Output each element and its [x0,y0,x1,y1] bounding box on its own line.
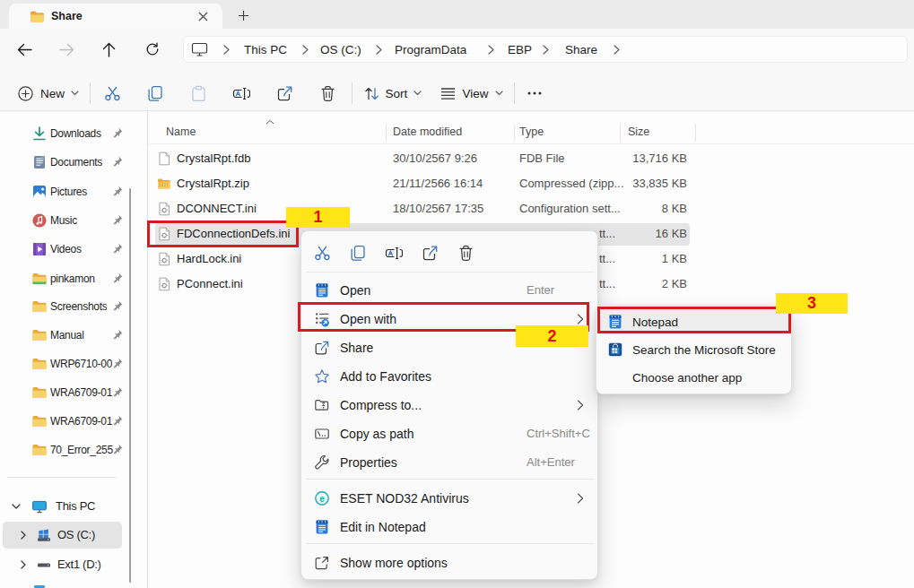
menu-item-show-more-options[interactable]: Show more options [301,549,599,577]
file-row-crystalrpt-zip[interactable]: CrystalRpt.zip 21/11/2566 16:14 Compress… [154,171,914,196]
column-divider[interactable] [695,124,696,142]
submenu-item-search-store[interactable]: Search the Microsoft Store [596,336,793,364]
up-button[interactable] [94,39,123,60]
sidebar-item-ext1-d[interactable]: Ext1 (D:) [0,550,127,579]
share-button[interactable] [413,237,446,269]
explorer-tab[interactable]: Share [9,4,222,29]
new-tab-button[interactable] [231,4,255,27]
menu-item-add-to-favorites[interactable]: Add to Favorites [301,362,599,391]
context-menu: Open Enter Open with Share [300,230,598,580]
menu-item-label: Show more options [340,549,448,577]
address-bar[interactable]: This PC OS (C:) ProgramData EBP Share [183,36,908,63]
sidebar-item-downloads[interactable]: Downloads [0,119,127,148]
delete-button[interactable] [313,79,342,108]
sidebar-item-label: Music [50,206,77,235]
delete-icon [320,85,335,102]
column-divider[interactable] [514,124,515,142]
refresh-button[interactable] [138,39,167,60]
folder-icon [30,9,45,24]
file-name: DCONNECT.ini [177,196,257,221]
notepad-icon [314,282,330,298]
more-options-icon [527,91,542,95]
breadcrumb-programdata[interactable]: ProgramData [395,37,466,62]
share-button[interactable] [270,79,299,108]
document-icon [31,154,48,170]
rename-button[interactable] [378,237,410,269]
sidebar-item-label: Downloads [50,119,101,148]
sidebar-item-screenshots[interactable]: Screenshots [0,292,127,321]
column-divider[interactable] [386,124,387,142]
view-button[interactable]: View [437,79,507,108]
sidebar-item-os-c[interactable]: OS (C:) [0,521,127,549]
sidebar-item-70-error[interactable]: 70_Error_255 [0,436,127,464]
ini-icon [157,277,171,291]
breadcrumb-share[interactable]: Share [565,37,597,62]
copy-button[interactable] [141,79,170,108]
submenu-arrow-icon [577,400,584,411]
pin-icon [110,213,124,227]
column-header-date[interactable]: Date modified [393,125,462,138]
breadcrumb-ebp[interactable]: EBP [508,37,532,62]
column-header-name[interactable]: Name [166,125,196,138]
sidebar-scrollbar[interactable] [129,188,131,583]
breadcrumb-this-pc[interactable]: This PC [244,37,287,62]
sidebar-item-this-pc[interactable]: This PC [0,492,127,521]
sidebar-item-wra6709-2[interactable]: WRA6709-01 [0,407,127,436]
menu-item-copy-as-path[interactable]: Copy as path Ctrl+Shift+C [301,419,599,448]
sidebar-item-pictures[interactable]: Pictures [0,177,127,206]
copy-button[interactable] [342,237,374,269]
folder-icon [31,271,48,287]
rename-icon [232,85,250,102]
sidebar-item-label: Ext1 (D:) [57,550,101,579]
menu-item-open[interactable]: Open Enter [301,276,599,305]
sidebar-item-documents[interactable]: Documents [0,148,127,177]
menu-item-compress-to[interactable]: Compress to... [301,391,599,419]
file-date: 18/10/2567 17:35 [393,196,483,221]
pin-icon [110,385,124,399]
folder-icon [31,385,48,401]
sidebar-item-music[interactable]: Music [0,206,127,235]
sidebar-item-label: Videos [50,235,82,264]
sidebar-item-wra6709-1[interactable]: WRA6709-01 [0,378,127,407]
chevron-right-icon [222,45,231,55]
sidebar-item-pinkamon[interactable]: pinkamon [0,264,127,293]
sidebar-item-label: WRA6709-01 [50,407,112,436]
file-type: Configuration sett... [519,196,621,221]
forward-button[interactable] [52,39,81,60]
file-row-dconnect-ini[interactable]: DCONNECT.ini 18/10/2567 17:35 Configurat… [154,196,914,221]
music-icon [31,212,48,229]
chevron-down-icon [413,91,422,96]
pin-icon [110,443,124,456]
column-header-type[interactable]: Type [519,125,544,138]
cut-button[interactable] [306,237,338,269]
delete-button[interactable] [449,237,482,269]
cut-button[interactable] [98,79,126,108]
tab-strip: Share [0,0,914,29]
menu-item-properties[interactable]: Properties Alt+Enter [301,448,599,477]
back-button[interactable] [10,39,39,60]
file-date: 21/11/2566 16:14 [393,171,483,196]
sidebar-item-manual[interactable]: Manual [0,321,127,350]
column-header-size[interactable]: Size [628,125,649,138]
breadcrumb-os-c[interactable]: OS (C:) [320,37,361,62]
column-divider[interactable] [620,124,621,142]
wrench-icon [314,454,330,471]
menu-item-edit-in-notepad[interactable]: Edit in Notepad [301,513,599,541]
column-headers: Name Date modified Type Size [154,118,914,143]
new-button[interactable]: New [14,79,83,108]
file-row-crystalrpt-fdb[interactable]: CrystalRpt.fdb 30/10/2567 9:26 FDB File … [154,146,914,171]
sort-button[interactable]: Sort [359,79,427,108]
arrow-left-icon [17,43,32,56]
tab-close-button[interactable] [194,7,212,25]
header-underline [147,143,914,144]
store-icon [607,342,623,358]
more-options-button[interactable] [521,79,548,108]
menu-item-eset-antivirus[interactable]: e ESET NOD32 Antivirus [301,484,599,513]
submenu-item-choose-another-app[interactable]: Choose another app [596,364,793,392]
sidebar-item-videos[interactable]: Videos [0,235,127,264]
folder-icon [31,298,48,315]
annotation-box-step3 [597,307,791,333]
paste-button[interactable] [184,79,213,108]
sidebar-item-wrp6710[interactable]: WRP6710-00 [0,350,127,378]
rename-button[interactable] [227,79,256,108]
